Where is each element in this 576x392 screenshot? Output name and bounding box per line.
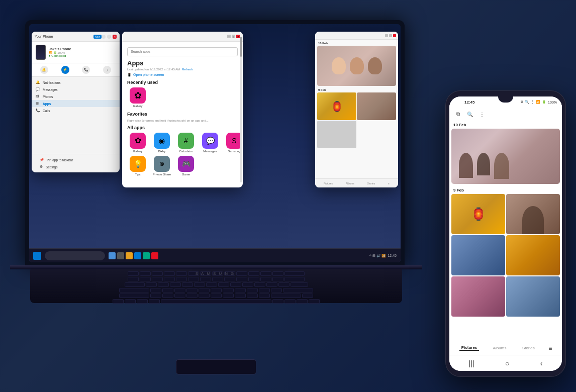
key-t[interactable]: [194, 282, 205, 287]
nav-bluetooth[interactable]: ⚡: [61, 66, 69, 74]
key-esc[interactable]: [128, 271, 139, 276]
photo-win-max[interactable]: [389, 34, 392, 37]
key-v[interactable]: [186, 293, 198, 298]
key-backspace[interactable]: [284, 277, 305, 281]
taskbar-search[interactable]: [45, 251, 105, 260]
key-f10[interactable]: [248, 271, 259, 276]
minimize-button[interactable]: —: [102, 35, 106, 39]
key-n[interactable]: [211, 293, 222, 298]
key-h[interactable]: [211, 288, 222, 292]
settings-item[interactable]: ⚙ Settings: [36, 163, 116, 170]
pin-to-taskbar[interactable]: 📌 Pin app to taskbar: [36, 156, 116, 163]
apps-panel[interactable]: — □ ✕ Apps Last updated on 2/13/2022 at …: [122, 32, 243, 187]
key-1[interactable]: [140, 277, 151, 281]
key-2[interactable]: [152, 277, 163, 281]
trackpad[interactable]: [176, 359, 256, 374]
gallery-menu-btn[interactable]: ⋮: [477, 110, 487, 119]
gallery-photo-orange[interactable]: [506, 235, 560, 275]
key-b[interactable]: [199, 293, 210, 298]
key-p[interactable]: [254, 282, 265, 287]
taskbar-icon-2[interactable]: [117, 252, 124, 259]
key-fn[interactable]: [125, 299, 136, 304]
refresh-link[interactable]: Refresh: [182, 68, 193, 71]
key-7[interactable]: [212, 277, 223, 281]
key-e[interactable]: [170, 282, 181, 287]
key-up[interactable]: [302, 293, 313, 298]
app-item-tips[interactable]: 💡 Tips: [127, 156, 148, 176]
photo-menu-icon[interactable]: ≡: [388, 182, 390, 185]
key-minus[interactable]: [260, 277, 271, 281]
scrollbar[interactable]: [240, 37, 242, 182]
key-q[interactable]: [146, 282, 157, 287]
key-f1[interactable]: [140, 271, 151, 276]
apps-maximize[interactable]: □: [232, 35, 235, 38]
key-win[interactable]: [137, 299, 148, 304]
key-m[interactable]: [223, 293, 234, 298]
gallery-scroll[interactable]: 10 Feb 9 Feb 🏮: [449, 121, 562, 352]
gallery-photo-pink[interactable]: [451, 276, 505, 317]
key-8[interactable]: [224, 277, 235, 281]
key-slash[interactable]: [259, 293, 270, 298]
key-rshift[interactable]: [271, 293, 301, 298]
key-f3[interactable]: [164, 271, 175, 276]
taskbar-icon-5[interactable]: [143, 252, 150, 259]
key-caps[interactable]: [119, 288, 149, 292]
key-f12[interactable]: [272, 271, 283, 276]
key-c[interactable]: [174, 293, 185, 298]
your-phone-window[interactable]: Your Phone New — □ ✕ Jake's Phone 📶 🔋 10…: [32, 32, 120, 172]
gallery-copy-btn[interactable]: ⧉: [453, 110, 462, 119]
open-phone-link[interactable]: 📱 Open phone screen: [127, 73, 238, 77]
key-space[interactable]: [161, 299, 271, 304]
nav-phone[interactable]: 📞: [82, 66, 90, 74]
key-ralt[interactable]: [272, 299, 283, 304]
key-x[interactable]: [162, 293, 173, 298]
key-alt[interactable]: [149, 299, 160, 304]
sidebar-item-apps[interactable]: ⊞ Apps: [32, 100, 120, 107]
tab-stories[interactable]: Stories: [520, 346, 537, 350]
key-equals[interactable]: [272, 277, 283, 281]
apps-minimize[interactable]: —: [227, 35, 231, 38]
key-lshift[interactable]: [119, 293, 149, 298]
key-f9[interactable]: [236, 271, 247, 276]
nav-back[interactable]: ‹: [540, 359, 543, 367]
app-item-calculator[interactable]: # Calculator: [175, 133, 197, 153]
app-item-messages[interactable]: 💬 Messages: [200, 133, 221, 153]
key-tab[interactable]: [125, 282, 145, 287]
key-6[interactable]: [200, 277, 211, 281]
app-item-game[interactable]: 🎮 Game: [175, 156, 197, 176]
key-period[interactable]: [247, 293, 258, 298]
key-j[interactable]: [223, 288, 234, 292]
tab-pictures[interactable]: Pictures: [459, 345, 479, 351]
nav-home[interactable]: ○: [505, 359, 509, 367]
key-f[interactable]: [186, 288, 198, 292]
key-f11[interactable]: [260, 271, 271, 276]
key-semi[interactable]: [259, 288, 270, 292]
app-item-gallery[interactable]: ✿ Gallery: [127, 133, 148, 153]
key-i[interactable]: [230, 282, 241, 287]
key-0[interactable]: [248, 277, 259, 281]
app-item-gallery-recent[interactable]: ✿ Gallery: [127, 87, 148, 108]
key-9[interactable]: [236, 277, 247, 281]
key-lbracket[interactable]: [266, 282, 277, 287]
start-button[interactable]: [33, 252, 41, 260]
key-comma[interactable]: [235, 293, 246, 298]
key-f2[interactable]: [152, 271, 163, 276]
scroll-thumb[interactable]: [240, 37, 242, 57]
key-k[interactable]: [235, 288, 246, 292]
gallery-photo-lamp[interactable]: 🏮: [451, 194, 505, 234]
close-button[interactable]: ✕: [113, 35, 117, 39]
gallery-photo-10feb-main[interactable]: [451, 129, 560, 184]
key-enter2[interactable]: [283, 288, 313, 292]
app-item-share[interactable]: ⊗ Private Share: [151, 156, 172, 176]
key-right[interactable]: [309, 299, 320, 304]
apps-search-input[interactable]: [127, 47, 238, 56]
key-quote[interactable]: [271, 288, 282, 292]
key-y[interactable]: [206, 282, 217, 287]
photo-albums-tab[interactable]: Albums: [346, 182, 354, 185]
key-enter[interactable]: [291, 282, 308, 287]
key-s[interactable]: [162, 288, 173, 292]
sidebar-item-messages[interactable]: 💬 Messages: [32, 86, 120, 93]
key-5[interactable]: [188, 277, 199, 281]
taskbar-icon-3[interactable]: [126, 252, 133, 259]
gallery-photo-blue2[interactable]: [506, 276, 560, 317]
